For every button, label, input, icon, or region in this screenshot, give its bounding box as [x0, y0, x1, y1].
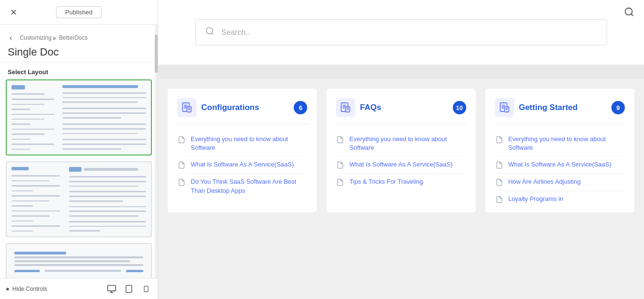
breadcrumb-separator: ▶	[53, 35, 57, 41]
doc-item: What Is Software As A Service(SaaS)	[495, 156, 625, 174]
breadcrumb-child: BetterDocs	[59, 34, 87, 41]
doc-item: Tips & Tricks For Traveling	[336, 174, 466, 190]
search-placeholder: Search..	[221, 28, 250, 37]
hide-controls-button[interactable]: ● Hide Controls	[6, 285, 47, 292]
card-count-configurations: 6	[294, 101, 307, 114]
svg-point-9	[625, 8, 632, 15]
doc-item-text[interactable]: What Is Software As A Service(SaaS)	[508, 160, 611, 169]
left-scrollbar	[155, 25, 158, 278]
doc-item-icon	[177, 178, 186, 187]
doc-item-text[interactable]: Loyalty Programs in	[508, 195, 564, 203]
doc-card-faqs: FAQs10Everything you need to know about …	[326, 89, 475, 212]
doc-item-text[interactable]: Do You Think SaaS Software Are Best Than…	[191, 177, 307, 195]
hide-controls-label: Hide Controls	[12, 286, 47, 292]
doc-card-getting-started: Getting Started9Everything you need to k…	[485, 89, 634, 212]
layout-preview-2	[7, 162, 151, 236]
layout-card-1[interactable]	[6, 79, 152, 155]
doc-item: Everything you need to know about Softwa…	[336, 131, 466, 156]
card-header-faqs: FAQs10	[336, 98, 466, 124]
search-section: Search..	[158, 0, 644, 65]
doc-item-icon	[336, 161, 345, 169]
search-box[interactable]: Search..	[195, 19, 607, 45]
layout-scroll	[0, 79, 158, 278]
layout-left-col	[12, 85, 58, 150]
doc-item-text[interactable]: What Is Software As A Service(SaaS)	[191, 160, 294, 169]
gray-band	[158, 65, 644, 79]
doc-item-text[interactable]: Everything you need to know about Softwa…	[508, 135, 625, 152]
card-count-getting-started: 9	[611, 101, 625, 114]
bottom-bar: ● Hide Controls	[0, 278, 158, 299]
desktop-view-button[interactable]	[106, 283, 117, 295]
hide-controls-icon: ●	[6, 285, 10, 292]
doc-item-text[interactable]: What Is Software As A Service(SaaS)	[349, 160, 452, 169]
breadcrumb-parent: Customizing	[20, 34, 51, 41]
back-icon: ‹	[10, 33, 12, 42]
select-layout-label: Select Layout	[0, 63, 158, 79]
main-content: Search.. Configurations6Everything you n…	[158, 0, 644, 299]
card-header-configurations: Configurations6	[177, 98, 307, 124]
layout-right-col	[62, 85, 146, 150]
card-icon-configurations	[177, 98, 196, 117]
mobile-view-button[interactable]	[140, 283, 152, 295]
card-title-faqs: FAQs	[360, 103, 448, 112]
doc-item-icon	[177, 135, 186, 144]
close-icon: ✕	[10, 7, 17, 18]
doc-item-icon	[495, 178, 504, 187]
doc-card-configurations: Configurations6Everything you need to kn…	[168, 89, 317, 212]
cards-section: Configurations6Everything you need to kn…	[158, 79, 644, 212]
breadcrumb: Customizing ▶ BetterDocs	[20, 34, 87, 41]
doc-item-icon	[336, 135, 345, 144]
svg-rect-0	[108, 285, 116, 291]
card-title-configurations: Configurations	[201, 103, 289, 112]
card-count-faqs: 10	[453, 101, 466, 114]
doc-item: What Is Software As A Service(SaaS)	[336, 156, 466, 174]
search-icon	[205, 26, 215, 38]
top-search-icon[interactable]	[624, 7, 634, 20]
doc-item: Do You Think SaaS Software Are Best Than…	[177, 174, 307, 199]
layout-card-2[interactable]	[6, 161, 152, 237]
doc-item-icon	[177, 161, 186, 169]
layout2-left	[12, 167, 65, 232]
layout-preview-1	[7, 80, 151, 155]
close-button[interactable]: ✕	[8, 7, 19, 18]
back-button[interactable]: ‹	[8, 32, 14, 44]
card-title-getting-started: Getting Started	[519, 103, 607, 112]
layout-preview-3	[7, 244, 151, 278]
doc-item: Everything you need to know about Softwa…	[495, 131, 625, 156]
tablet-view-button[interactable]	[123, 283, 135, 295]
top-bar: ✕ Published	[0, 0, 158, 25]
svg-point-7	[207, 28, 213, 34]
doc-item: How Are Airlines Adjusting	[495, 174, 625, 191]
card-icon-getting-started	[495, 98, 514, 117]
breadcrumb-area: ‹ Customizing ▶ BetterDocs Single Doc	[0, 25, 158, 63]
doc-item: Loyalty Programs in	[495, 191, 625, 208]
doc-item-icon	[495, 135, 504, 144]
layout2-right	[69, 167, 146, 232]
doc-item-icon	[495, 161, 504, 169]
published-badge[interactable]: Published	[56, 6, 102, 18]
doc-item: Everything you need to know about Softwa…	[177, 131, 307, 156]
doc-item-icon	[495, 195, 504, 204]
layout-card-3[interactable]	[6, 243, 152, 278]
doc-item-text[interactable]: Tips & Tricks For Traveling	[349, 177, 423, 186]
left-panel: ✕ Published ‹ Customizing ▶ BetterDocs S…	[0, 0, 158, 299]
left-scrollbar-thumb	[155, 34, 158, 73]
card-icon-faqs	[336, 98, 355, 117]
doc-item-text[interactable]: How Are Airlines Adjusting	[508, 177, 581, 186]
card-header-getting-started: Getting Started9	[495, 98, 625, 124]
doc-item-text[interactable]: Everything you need to know about Softwa…	[191, 135, 307, 152]
svg-line-10	[631, 14, 633, 16]
svg-line-8	[212, 33, 214, 35]
page-title: Single Doc	[8, 46, 150, 58]
doc-item-text[interactable]: Everything you need to know about Softwa…	[349, 135, 466, 152]
doc-item-icon	[336, 178, 345, 187]
doc-item: What Is Software As A Service(SaaS)	[177, 156, 307, 174]
published-label: Published	[65, 9, 92, 16]
layout3-content	[12, 249, 146, 277]
